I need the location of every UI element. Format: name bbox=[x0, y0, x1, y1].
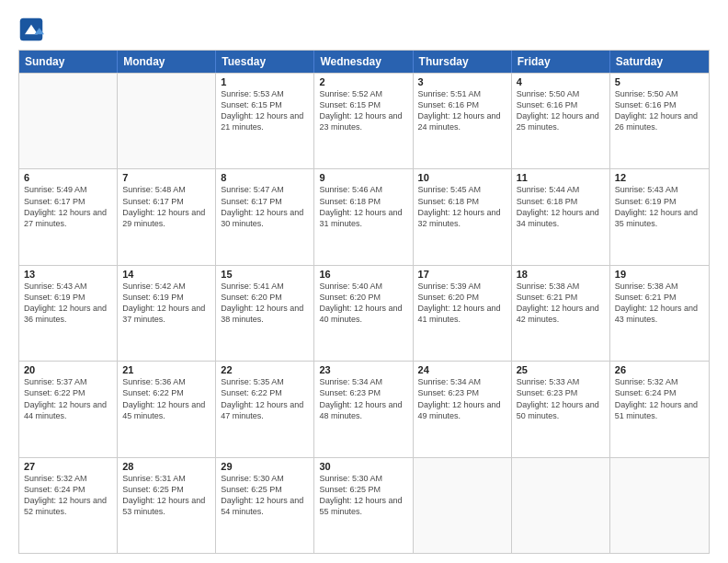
empty-cell bbox=[414, 458, 512, 553]
calendar-body: 1Sunrise: 5:53 AM Sunset: 6:15 PM Daylig… bbox=[19, 73, 709, 553]
day-cell-22: 22Sunrise: 5:35 AM Sunset: 6:22 PM Dayli… bbox=[216, 362, 314, 456]
day-cell-30: 30Sunrise: 5:30 AM Sunset: 6:25 PM Dayli… bbox=[314, 458, 413, 553]
day-cell-12: 12Sunrise: 5:43 AM Sunset: 6:19 PM Dayli… bbox=[610, 169, 709, 264]
calendar: SundayMondayTuesdayWednesdayThursdayFrid… bbox=[18, 50, 710, 554]
empty-cell bbox=[19, 74, 118, 168]
day-cell-7: 7Sunrise: 5:48 AM Sunset: 6:17 PM Daylig… bbox=[118, 169, 216, 264]
day-cell-26: 26Sunrise: 5:32 AM Sunset: 6:24 PM Dayli… bbox=[610, 362, 709, 456]
day-cell-16: 16Sunrise: 5:40 AM Sunset: 6:20 PM Dayli… bbox=[314, 266, 413, 361]
day-cell-4: 4Sunrise: 5:50 AM Sunset: 6:16 PM Daylig… bbox=[512, 74, 610, 168]
day-cell-25: 25Sunrise: 5:33 AM Sunset: 6:23 PM Dayli… bbox=[512, 362, 610, 456]
empty-cell bbox=[610, 458, 709, 553]
day-cell-3: 3Sunrise: 5:51 AM Sunset: 6:16 PM Daylig… bbox=[414, 74, 512, 168]
calendar-row-2: 6Sunrise: 5:49 AM Sunset: 6:17 PM Daylig… bbox=[19, 168, 709, 264]
day-cell-19: 19Sunrise: 5:38 AM Sunset: 6:21 PM Dayli… bbox=[610, 266, 709, 361]
day-cell-13: 13Sunrise: 5:43 AM Sunset: 6:19 PM Dayli… bbox=[19, 266, 118, 361]
header-cell-sunday: Sunday bbox=[19, 51, 118, 73]
calendar-header: SundayMondayTuesdayWednesdayThursdayFrid… bbox=[19, 51, 709, 73]
empty-cell bbox=[118, 74, 216, 168]
day-cell-24: 24Sunrise: 5:34 AM Sunset: 6:23 PM Dayli… bbox=[414, 362, 512, 456]
day-cell-18: 18Sunrise: 5:38 AM Sunset: 6:21 PM Dayli… bbox=[512, 266, 610, 361]
day-cell-17: 17Sunrise: 5:39 AM Sunset: 6:20 PM Dayli… bbox=[414, 266, 512, 361]
day-cell-15: 15Sunrise: 5:41 AM Sunset: 6:20 PM Dayli… bbox=[216, 266, 314, 361]
calendar-row-1: 1Sunrise: 5:53 AM Sunset: 6:15 PM Daylig… bbox=[19, 73, 709, 168]
day-cell-5: 5Sunrise: 5:50 AM Sunset: 6:16 PM Daylig… bbox=[610, 74, 709, 168]
header-cell-thursday: Thursday bbox=[414, 51, 512, 73]
day-cell-9: 9Sunrise: 5:46 AM Sunset: 6:18 PM Daylig… bbox=[314, 169, 413, 264]
day-cell-10: 10Sunrise: 5:45 AM Sunset: 6:18 PM Dayli… bbox=[414, 169, 512, 264]
day-cell-11: 11Sunrise: 5:44 AM Sunset: 6:18 PM Dayli… bbox=[512, 169, 610, 264]
header-cell-friday: Friday bbox=[512, 51, 610, 73]
day-cell-8: 8Sunrise: 5:47 AM Sunset: 6:17 PM Daylig… bbox=[216, 169, 314, 264]
day-cell-6: 6Sunrise: 5:49 AM Sunset: 6:17 PM Daylig… bbox=[19, 169, 118, 264]
day-cell-2: 2Sunrise: 5:52 AM Sunset: 6:15 PM Daylig… bbox=[314, 74, 413, 168]
day-cell-1: 1Sunrise: 5:53 AM Sunset: 6:15 PM Daylig… bbox=[216, 74, 314, 168]
calendar-row-4: 20Sunrise: 5:37 AM Sunset: 6:22 PM Dayli… bbox=[19, 361, 709, 456]
day-cell-20: 20Sunrise: 5:37 AM Sunset: 6:22 PM Dayli… bbox=[19, 362, 118, 456]
header-cell-monday: Monday bbox=[118, 51, 216, 73]
empty-cell bbox=[512, 458, 610, 553]
header-cell-saturday: Saturday bbox=[610, 51, 709, 73]
day-cell-27: 27Sunrise: 5:32 AM Sunset: 6:24 PM Dayli… bbox=[19, 458, 118, 553]
day-cell-28: 28Sunrise: 5:31 AM Sunset: 6:25 PM Dayli… bbox=[118, 458, 216, 553]
calendar-row-5: 27Sunrise: 5:32 AM Sunset: 6:24 PM Dayli… bbox=[19, 457, 709, 553]
day-cell-21: 21Sunrise: 5:36 AM Sunset: 6:22 PM Dayli… bbox=[118, 362, 216, 456]
logo-icon bbox=[18, 17, 44, 42]
header-cell-wednesday: Wednesday bbox=[314, 51, 413, 73]
calendar-row-3: 13Sunrise: 5:43 AM Sunset: 6:19 PM Dayli… bbox=[19, 265, 709, 361]
day-cell-14: 14Sunrise: 5:42 AM Sunset: 6:19 PM Dayli… bbox=[118, 266, 216, 361]
header-cell-tuesday: Tuesday bbox=[216, 51, 314, 73]
day-cell-23: 23Sunrise: 5:34 AM Sunset: 6:23 PM Dayli… bbox=[314, 362, 413, 456]
logo bbox=[18, 17, 48, 42]
day-cell-29: 29Sunrise: 5:30 AM Sunset: 6:25 PM Dayli… bbox=[216, 458, 314, 553]
